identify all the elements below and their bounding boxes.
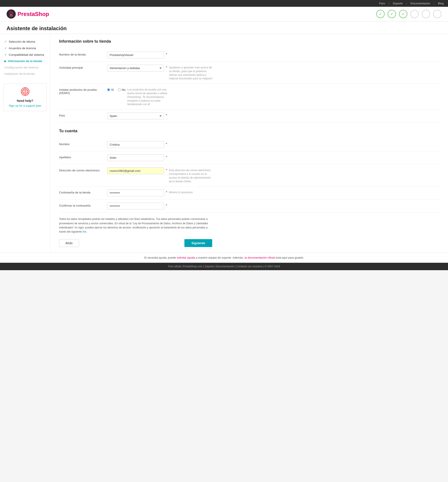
nombre-input[interactable] [107, 141, 164, 148]
confirm-input[interactable] [107, 203, 164, 210]
page-title-bar: Asistente de instalación [0, 21, 448, 34]
demo-si-radio[interactable] [107, 88, 110, 91]
nav-soporte[interactable]: Soporte [393, 2, 403, 5]
disclaimer-link[interactable]: link [82, 230, 86, 233]
demo-no-radio[interactable] [118, 88, 121, 91]
logo-presta: Presta [17, 11, 35, 17]
footer-text-after: está aquí para guiarle. [276, 256, 304, 259]
svg-point-2 [10, 12, 12, 14]
nombre-row: Nombre * [59, 138, 439, 151]
nav-blog[interactable]: Blog [438, 2, 444, 5]
nav-documentacion[interactable]: Documentación [410, 2, 430, 5]
pais-select[interactable]: Spain France Germany [107, 113, 164, 119]
apellidos-input[interactable] [107, 154, 164, 161]
password-row: Contraseña de la tienda * Mínimo 8 carac… [59, 187, 439, 200]
arrow-icon: ▶ [4, 60, 6, 63]
check-icon-3: ✓ [4, 53, 7, 56]
footer-link-2[interactable]: la documentación oficial [245, 256, 275, 259]
nombre-required: * [166, 52, 167, 57]
help-title: Need help? [7, 99, 43, 102]
next-button[interactable]: Siguiente [184, 239, 212, 247]
email-required: * [166, 167, 167, 172]
sidebar-label-4: Información de la tienda [8, 59, 42, 63]
sidebar-item-informacion[interactable]: ▶ Información de la tienda [3, 58, 47, 64]
actividad-row: Actividad principal Alimentación y bebid… [59, 62, 439, 84]
actividad-label: Actividad principal [59, 65, 107, 69]
nombre-tienda-input[interactable] [107, 52, 164, 58]
demo-hint: Los productos de prueba son una buena fo… [127, 87, 171, 106]
help-icon [7, 87, 43, 98]
sep1: | [389, 2, 389, 5]
apellidos-label: Apellidos [59, 154, 107, 159]
help-link[interactable]: Sign up for a support plan [9, 104, 41, 107]
sidebar-item-compatibilidad: ✓ Compatibilidad del sistema [3, 51, 47, 58]
password-required: * [166, 189, 167, 194]
demo-label: Instalar productos de prueba (DEMO) [59, 87, 107, 95]
button-row: Atrás Siguiente [59, 239, 212, 247]
email-label: Dirección de correo electrónico [59, 167, 107, 172]
footer-support: Si necesita ayuda, puede solicitar ayuda… [0, 252, 448, 263]
sidebar-label-2: Acuerdos de licencia [9, 47, 36, 50]
footer-bar-text: Foro oficial | PrestaShop.com | Soporte … [168, 265, 280, 268]
demo-si-text: Sí [111, 88, 114, 91]
progress-steps: ✓ ✓ ✓ [376, 10, 441, 18]
sep2: | [406, 2, 407, 5]
page-title: Asistente de instalación [7, 25, 441, 31]
confirm-row: Confirmar la contraseña * [59, 200, 439, 213]
email-input[interactable] [107, 167, 164, 174]
apellidos-required: * [166, 154, 167, 159]
nombre-control: * [107, 141, 439, 148]
pais-row: País Spain France Germany * [59, 109, 439, 123]
sidebar-label-6: Instalación de la tienda [4, 72, 35, 75]
nombre-required: * [166, 141, 167, 146]
actividad-required: * [166, 65, 167, 70]
step-4 [410, 10, 419, 18]
back-button[interactable]: Atrás [59, 239, 79, 247]
demo-row: Instalar productos de prueba (DEMO) Sí N… [59, 84, 439, 109]
disclaimer-text: Todos los datos recopilados podrán ser t… [59, 218, 208, 233]
actividad-hint: Ayúdanos a aprender más acerca de su tie… [169, 65, 213, 80]
logo-shop: Shop [35, 11, 49, 17]
apellidos-row: Apellidos * [59, 151, 439, 164]
sidebar-item-idioma: ✓ Selección de idioma [3, 38, 47, 45]
actividad-select[interactable]: Alimentación y bebidas Moda y accesorios… [107, 65, 164, 71]
demo-no-label[interactable]: No [118, 88, 126, 91]
email-hint: Esta dirección de correo electrónico cor… [169, 167, 213, 183]
demo-si-label[interactable]: Sí [107, 88, 114, 91]
footer-text-before: Si necesita ayuda, puede [144, 256, 176, 259]
sidebar-item-configuracion: Configuración del sistema [3, 64, 47, 71]
demo-radio-group: Sí No [107, 87, 126, 91]
step-2: ✓ [388, 10, 396, 18]
sidebar-item-licencia: ✓ Acuerdos de licencia [3, 45, 47, 51]
email-control: * Esta dirección de correo electrónico c… [107, 167, 439, 183]
confirm-required: * [166, 203, 167, 208]
pais-required: * [166, 113, 167, 118]
step-5 [422, 10, 430, 18]
nombre-tienda-row: Nombre de la tienda * [59, 48, 439, 62]
password-input[interactable] [107, 189, 164, 196]
logo-icon [7, 9, 16, 19]
nombre-label: Nombre [59, 141, 107, 146]
password-hint: Mínimo 8 caracteres [169, 189, 193, 194]
help-box: Need help? Sign up for a support plan [3, 84, 47, 111]
main-layout: ✓ Selección de idioma ✓ Acuerdos de lice… [0, 34, 448, 252]
footer-text-middle: a nuestro equipo de soporte. Además, [196, 256, 244, 259]
logo: PrestaShop [7, 9, 49, 19]
check-icon-1: ✓ [4, 40, 7, 43]
nombre-tienda-control: * [107, 52, 439, 58]
password-label: Contraseña de la tienda [59, 189, 107, 194]
nombre-tienda-label: Nombre de la tienda [59, 52, 107, 56]
footer-link-1[interactable]: solicitar ayuda [177, 256, 195, 259]
confirm-label: Confirmar la contraseña [59, 203, 107, 207]
disclaimer: Todos los datos recopilados podrán ser t… [59, 217, 212, 234]
step-3: ✓ [399, 10, 407, 18]
pais-label: País [59, 113, 107, 117]
step-6 [433, 10, 441, 18]
store-section-title: Información sobre tu tienda [59, 39, 439, 45]
logo-text: PrestaShop [17, 11, 49, 17]
account-section-title: Tu cuenta [59, 129, 439, 135]
confirm-control: * [107, 203, 439, 210]
nav-foro[interactable]: Foro [379, 2, 385, 5]
top-nav: Foro | Soporte | Documentación | Blog [0, 0, 448, 7]
sidebar-label-3: Compatibilidad del sistema [9, 53, 44, 56]
